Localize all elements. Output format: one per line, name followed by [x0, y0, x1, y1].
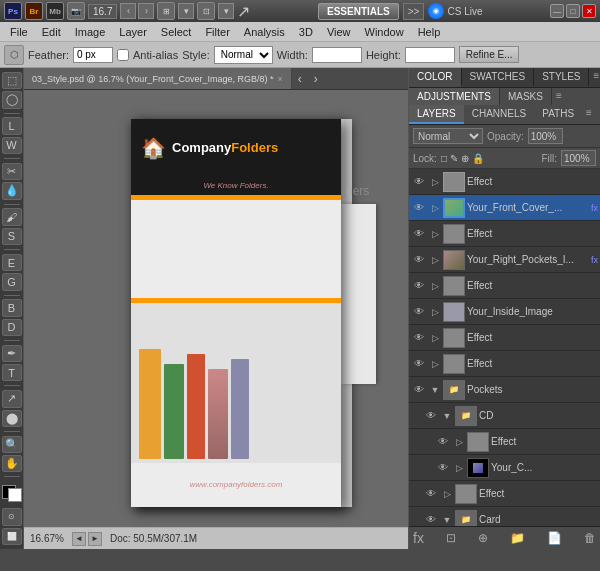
menu-filter[interactable]: Filter	[199, 24, 235, 40]
layer-item[interactable]: 👁 ▷ Effect	[409, 325, 600, 351]
layer-expand-icon[interactable]: ▷	[429, 306, 441, 318]
layer-visibility-icon[interactable]: 👁	[411, 304, 427, 320]
layer-item[interactable]: 👁 ▷ Your_Inside_Image	[409, 299, 600, 325]
canvas-content[interactable]: 🏠 CompanyFolders We Know Folders.	[24, 90, 408, 527]
layer-expand-icon[interactable]: ▷	[429, 280, 441, 292]
layer-item[interactable]: 👁 ▷ Your_Right_Pockets_I... fx	[409, 247, 600, 273]
tab-color[interactable]: COLOR	[409, 68, 462, 87]
tab-adjustments[interactable]: ADJUSTMENTS	[409, 88, 500, 105]
style-select[interactable]: Normal	[214, 46, 273, 64]
layer-expand-icon[interactable]: ▼	[441, 410, 453, 422]
tab-swatches[interactable]: SWATCHES	[462, 68, 535, 87]
tool-path[interactable]: ↗	[2, 390, 22, 407]
tool-gradient[interactable]: G	[2, 273, 22, 290]
layer-item[interactable]: 👁 ▷ Your_C...	[409, 455, 600, 481]
layer-visibility-icon[interactable]: 👁	[411, 226, 427, 242]
layer-expand-icon[interactable]: ▷	[429, 358, 441, 370]
delete-layer-button[interactable]: 🗑	[584, 531, 596, 545]
tab-masks[interactable]: MASKS	[500, 88, 552, 105]
layer-visibility-icon[interactable]: 👁	[411, 278, 427, 294]
panel-collapse-color[interactable]: ≡	[589, 68, 600, 87]
layer-item[interactable]: 👁 ▼ 📁 CD	[409, 403, 600, 429]
opacity-input[interactable]	[528, 128, 563, 144]
new-group-button[interactable]: 📁	[510, 531, 525, 545]
zoom-nav-left[interactable]: ‹	[120, 3, 136, 19]
menu-select[interactable]: Select	[155, 24, 198, 40]
menu-3d[interactable]: 3D	[293, 24, 319, 40]
layer-item[interactable]: 👁 ▼ 📁 Pockets	[409, 377, 600, 403]
menu-analysis[interactable]: Analysis	[238, 24, 291, 40]
menu-help[interactable]: Help	[412, 24, 447, 40]
panel-collapse-adj[interactable]: ≡	[552, 88, 566, 105]
layer-item[interactable]: 👁 ▷ Effect	[409, 429, 600, 455]
tool-shape[interactable]: ⬤	[2, 410, 22, 427]
document-close[interactable]: ×	[277, 74, 282, 84]
layer-expand-icon[interactable]: ▼	[429, 384, 441, 396]
layer-expand-icon[interactable]: ▷	[429, 254, 441, 266]
feather-input[interactable]	[73, 47, 113, 63]
lock-transparent-icon[interactable]: □	[441, 153, 447, 164]
layer-visibility-icon[interactable]: 👁	[411, 200, 427, 216]
new-layer-button[interactable]: 📄	[547, 531, 562, 545]
layer-visibility-icon[interactable]: 👁	[411, 174, 427, 190]
tool-pen[interactable]: ✒	[2, 345, 22, 362]
width-input[interactable]	[312, 47, 362, 63]
add-adjustment-button[interactable]: ⊕	[478, 531, 488, 545]
tool-blur[interactable]: B	[2, 299, 22, 316]
antialias-checkbox[interactable]	[117, 49, 129, 61]
lock-position-icon[interactable]: ⊕	[461, 153, 469, 164]
tool-type[interactable]: T	[2, 364, 22, 381]
status-nav-next[interactable]: ►	[88, 532, 102, 546]
layer-expand-icon[interactable]: ▷	[453, 462, 465, 474]
layer-expand-icon[interactable]: ▷	[441, 488, 453, 500]
layer-expand-icon[interactable]: ▼	[441, 514, 453, 526]
zoom-nav-right[interactable]: ›	[138, 3, 154, 19]
layer-expand-icon[interactable]: ▷	[453, 436, 465, 448]
tool-zoom[interactable]: 🔍	[2, 436, 22, 453]
tool-eyedropper[interactable]: 💧	[2, 182, 22, 199]
tool-mask-mode[interactable]: ⊙	[2, 508, 22, 525]
fill-input[interactable]	[561, 150, 596, 166]
tool-crop[interactable]: ✂	[2, 163, 22, 180]
menu-layer[interactable]: Layer	[113, 24, 153, 40]
color-swatches[interactable]	[2, 485, 22, 502]
height-input[interactable]	[405, 47, 455, 63]
tool-wand[interactable]: W	[2, 137, 22, 154]
layer-visibility-icon[interactable]: 👁	[411, 356, 427, 372]
layer-visibility-icon[interactable]: 👁	[435, 460, 451, 476]
tools2-icon[interactable]: ⊡	[197, 2, 215, 20]
layer-item[interactable]: 👁 ▷ Effect	[409, 221, 600, 247]
menu-image[interactable]: Image	[69, 24, 112, 40]
background-color[interactable]	[8, 488, 22, 502]
tab-nav-left[interactable]: ‹	[292, 70, 308, 88]
tab-paths[interactable]: PATHS	[534, 105, 582, 124]
tool-marquee-rect[interactable]: ⬚	[2, 72, 22, 89]
layer-expand-icon[interactable]: ▷	[429, 332, 441, 344]
layer-visibility-icon[interactable]: 👁	[423, 512, 439, 527]
layer-expand-icon[interactable]: ▷	[429, 202, 441, 214]
layer-item[interactable]: 👁 ▼ 📁 Card	[409, 507, 600, 526]
menu-window[interactable]: Window	[359, 24, 410, 40]
blend-mode-select[interactable]: Normal	[413, 128, 483, 144]
menu-file[interactable]: File	[4, 24, 34, 40]
menu-edit[interactable]: Edit	[36, 24, 67, 40]
lock-all-icon[interactable]: 🔒	[472, 153, 484, 164]
arrange-dropdown[interactable]: ▾	[178, 3, 194, 19]
layer-visibility-icon[interactable]: 👁	[411, 330, 427, 346]
tool-marquee-ellipse[interactable]: ◯	[2, 91, 22, 108]
document-tab[interactable]: 03_Style.psd @ 16.7% (Your_Front_Cover_I…	[24, 68, 292, 89]
layer-item[interactable]: 👁 ▷ Effect	[409, 351, 600, 377]
tool-dodge[interactable]: D	[2, 319, 22, 336]
refine-button[interactable]: Refine E...	[459, 46, 520, 63]
layer-visibility-icon[interactable]: 👁	[411, 382, 427, 398]
tool-hand[interactable]: ✋	[2, 455, 22, 472]
tools2-dropdown[interactable]: ▾	[218, 3, 234, 19]
tab-layers[interactable]: LAYERS	[409, 105, 464, 124]
layer-expand-icon[interactable]: ▷	[429, 176, 441, 188]
layer-visibility-icon[interactable]: 👁	[411, 252, 427, 268]
tool-eraser[interactable]: E	[2, 254, 22, 271]
tool-brush[interactable]: 🖌	[2, 208, 22, 225]
maximize-button[interactable]: □	[566, 4, 580, 18]
essentials-button[interactable]: ESSENTIALS	[318, 3, 399, 20]
status-nav-prev[interactable]: ◄	[72, 532, 86, 546]
